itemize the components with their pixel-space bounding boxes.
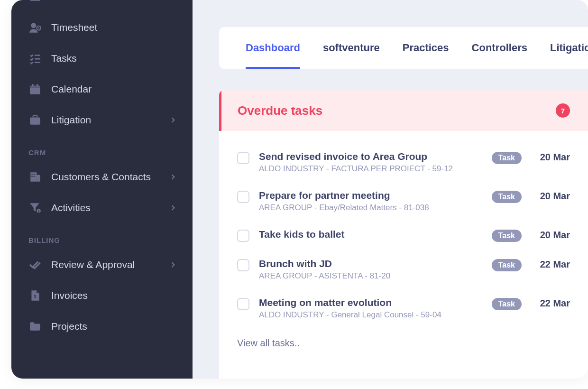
sidebar: Dashboard Timesheet Tasks Calendar <box>11 0 193 379</box>
tab-litigation[interactable]: Litigation <box>541 27 588 69</box>
svg-rect-19 <box>31 176 32 176</box>
task-date: 22 Mar <box>532 298 570 309</box>
tab-bar: Dashboard softventure Practices Controll… <box>219 27 588 69</box>
svg-rect-20 <box>34 176 35 176</box>
task-title: Meeting on matter evolution <box>259 297 485 308</box>
sidebar-item-label: Dashboard <box>51 0 175 2</box>
tab-practices[interactable]: Practices <box>393 27 459 69</box>
svg-rect-12 <box>37 84 38 86</box>
overdue-count-badge: 7 <box>556 103 570 118</box>
task-main[interactable]: Meeting on matter evolution ALDO INDUSTR… <box>259 297 485 320</box>
sidebar-item-label: Review & Approval <box>51 259 171 270</box>
view-all-tasks-link[interactable]: View all tasks.. <box>219 333 588 358</box>
task-type-badge: Task <box>492 191 522 203</box>
task-type-badge: Task <box>492 152 522 164</box>
sidebar-item-label: Timesheet <box>51 22 175 33</box>
sidebar-item-label: Tasks <box>51 53 175 64</box>
task-type-badge: Task <box>492 259 522 271</box>
task-date: 20 Mar <box>532 191 570 202</box>
sidebar-item-calendar[interactable]: Calendar <box>11 74 193 104</box>
task-subtitle: AREA GROUP - Ebay/Related Matters - 81-0… <box>259 203 485 213</box>
svg-rect-16 <box>37 175 40 181</box>
svg-text:$: $ <box>38 209 40 213</box>
task-title: Brunch with JD <box>259 258 485 269</box>
sidebar-item-timesheet[interactable]: Timesheet <box>11 12 193 43</box>
task-checkbox[interactable] <box>237 152 249 164</box>
sidebar-section-crm: CRM <box>11 135 193 161</box>
sidebar-item-invoices[interactable]: $ Invoices <box>11 280 193 311</box>
tab-label: Litigation <box>550 42 588 54</box>
sidebar-item-dashboard[interactable]: Dashboard <box>11 0 193 12</box>
sidebar-item-review[interactable]: Review & Approval <box>11 249 193 280</box>
sidebar-section-billing: BILLING <box>11 223 193 249</box>
svg-text:$: $ <box>34 294 37 299</box>
task-date: 20 Mar <box>532 152 570 163</box>
check-double-icon <box>28 258 42 271</box>
sidebar-item-label: Customers & Contacts <box>51 171 171 183</box>
sidebar-item-customers[interactable]: Customers & Contacts <box>11 161 193 192</box>
task-main[interactable]: Brunch with JD AREA GROUP - ASISTENTA - … <box>259 258 485 281</box>
task-main[interactable]: Send revised invoice to Area Group ALDO … <box>259 151 485 174</box>
dashboard-icon <box>28 0 42 3</box>
chevron-right-icon <box>171 261 175 268</box>
tab-softventure[interactable]: softventure <box>313 27 389 69</box>
overdue-header: Overdue tasks 7 <box>219 90 588 131</box>
timesheet-icon <box>28 21 42 34</box>
tab-label: Controllers <box>472 42 527 54</box>
app-frame: Dashboard Timesheet Tasks Calendar <box>11 0 588 379</box>
tasks-icon <box>28 52 42 65</box>
sidebar-item-label: Calendar <box>51 83 175 95</box>
sidebar-item-projects[interactable]: Projects <box>11 311 193 342</box>
task-subtitle: ALDO INDUSTRY - FACTURA PER PROIECT - 59… <box>259 164 485 174</box>
overdue-title: Overdue tasks <box>238 103 556 118</box>
main-content: Dashboard softventure Practices Controll… <box>193 0 588 379</box>
task-main[interactable]: Take kids to ballet <box>259 229 485 242</box>
task-checkbox[interactable] <box>237 259 249 271</box>
task-checkbox[interactable] <box>237 191 249 203</box>
tab-label: Dashboard <box>246 42 300 54</box>
svg-rect-11 <box>32 84 34 86</box>
chevron-right-icon <box>171 204 175 211</box>
sidebar-item-label: Projects <box>51 321 175 332</box>
svg-rect-14 <box>34 120 36 121</box>
task-title: Send revised invoice to Area Group <box>259 151 485 162</box>
calendar-icon <box>28 83 42 96</box>
svg-rect-0 <box>30 0 40 0</box>
tab-label: Practices <box>403 42 449 54</box>
sidebar-item-label: Invoices <box>51 290 175 301</box>
svg-point-3 <box>31 23 36 28</box>
task-title: Take kids to ballet <box>259 229 485 240</box>
funnel-icon: $ <box>28 201 42 214</box>
svg-rect-10 <box>30 85 40 88</box>
svg-rect-17 <box>31 174 32 175</box>
task-row: Take kids to ballet Task 20 Mar <box>237 221 570 250</box>
task-subtitle: ALDO INDUSTRY - General Legal Counsel - … <box>259 310 485 320</box>
task-type-badge: Task <box>492 230 522 242</box>
task-date: 20 Mar <box>532 230 570 241</box>
task-checkbox[interactable] <box>237 298 249 310</box>
tab-controllers[interactable]: Controllers <box>462 27 537 69</box>
task-row: Send revised invoice to Area Group ALDO … <box>237 143 570 182</box>
sidebar-item-activities[interactable]: $ Activities <box>11 192 193 223</box>
invoice-icon: $ <box>28 289 42 302</box>
task-subtitle: AREA GROUP - ASISTENTA - 81-20 <box>259 271 485 281</box>
sidebar-item-label: Litigation <box>51 114 171 126</box>
overdue-card: Overdue tasks 7 Send revised invoice to … <box>219 90 588 379</box>
sidebar-item-tasks[interactable]: Tasks <box>11 43 193 74</box>
sidebar-item-label: Activities <box>51 202 171 213</box>
chevron-right-icon <box>171 174 175 180</box>
task-date: 22 Mar <box>532 259 570 270</box>
task-title: Prepare for partner meeting <box>259 190 485 201</box>
tab-label: softventure <box>323 42 380 54</box>
task-row: Meeting on matter evolution ALDO INDUSTR… <box>237 289 570 328</box>
tab-dashboard[interactable]: Dashboard <box>236 27 310 69</box>
building-icon <box>28 170 42 184</box>
sidebar-item-litigation[interactable]: Litigation <box>11 104 193 135</box>
chevron-right-icon <box>171 117 175 123</box>
svg-rect-18 <box>34 174 35 175</box>
task-type-badge: Task <box>492 298 522 310</box>
task-list: Send revised invoice to Area Group ALDO … <box>219 131 588 333</box>
task-checkbox[interactable] <box>237 230 249 242</box>
task-main[interactable]: Prepare for partner meeting AREA GROUP -… <box>259 190 485 213</box>
task-row: Prepare for partner meeting AREA GROUP -… <box>237 182 570 221</box>
